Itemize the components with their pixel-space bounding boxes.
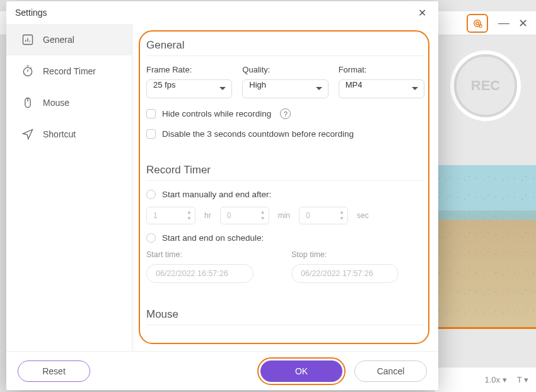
seconds-unit: sec [357,211,369,220]
hide-controls-label: Hide controls while recording [162,109,271,118]
sidebar-item-label: Shortcut [43,129,76,139]
svg-point-0 [474,20,481,26]
section-heading-general: General [146,39,424,52]
settings-modal: Settings ✕ General Record Timer Mouse Sh… [6,1,438,390]
seconds-up[interactable]: ▲ [338,209,346,215]
close-app-button[interactable]: ✕ [515,15,531,32]
frame-rate-label: Frame Rate: [146,65,232,74]
svg-point-1 [476,21,479,25]
modal-title: Settings [15,8,47,18]
modal-footer: Reset OK Cancel [6,351,438,390]
hours-unit: hr [204,211,211,220]
text-tool-icon[interactable]: T ▾ [517,375,528,384]
divider [146,180,424,181]
help-icon[interactable]: ? [280,108,291,119]
disable-countdown-checkbox[interactable] [146,129,156,139]
sidebar-item-shortcut[interactable]: Shortcut [6,118,132,150]
duration-inputs: ▲▼ hr ▲▼ min ▲▼ sec [146,207,424,224]
start-time-input[interactable] [146,264,253,283]
sidebar-item-label: General [43,35,74,45]
manual-end-radio[interactable] [146,190,156,199]
stop-time-label: Stop time: [291,250,399,259]
hide-controls-checkbox[interactable] [146,109,156,118]
schedule-label: Start and end on schedule: [162,233,264,243]
sidebar-item-label: Record Timer [43,66,96,76]
modal-titlebar: Settings ✕ [6,1,438,24]
sidebar-item-label: Mouse [43,98,69,108]
settings-sidebar: General Record Timer Mouse Shortcut [6,24,132,351]
close-modal-button[interactable]: ✕ [414,5,429,20]
minutes-up[interactable]: ▲ [259,209,267,215]
paper-plane-icon [21,128,34,141]
quality-select[interactable]: High [242,79,328,98]
ok-button-highlight: OK [257,357,346,385]
record-button[interactable]: REC [454,54,517,117]
minutes-down[interactable]: ▼ [259,216,267,221]
seconds-down[interactable]: ▼ [338,216,346,221]
disable-countdown-label: Disable the 3 seconds countdown before r… [162,129,354,139]
format-select[interactable]: MP4 [339,79,424,98]
video-preview [435,165,536,329]
minimize-button[interactable]: — [496,15,512,32]
sidebar-item-mouse[interactable]: Mouse [6,87,132,118]
sidebar-item-record-timer[interactable]: Record Timer [6,55,132,87]
section-heading-timer: Record Timer [146,164,424,176]
frame-rate-select[interactable]: 25 fps [146,79,232,98]
mouse-icon [21,96,34,109]
stop-time-input[interactable] [291,264,399,283]
zoom-dropdown[interactable]: 1.0x ▾ [484,375,506,384]
start-time-label: Start time: [146,250,253,259]
cancel-button[interactable]: Cancel [354,360,427,382]
quality-label: Quality: [242,65,328,74]
minutes-unit: min [278,211,290,220]
settings-content: General Frame Rate: 25 fps Quality: High… [132,24,438,351]
record-button-region: REC [435,35,536,136]
manual-end-label: Start manually and end after: [162,190,271,199]
hours-down[interactable]: ▼ [185,216,193,221]
ok-button[interactable]: OK [260,360,342,382]
bottom-toolbar: 1.0x ▾ T ▾ [435,367,536,392]
recorder-mode-button[interactable] [467,14,488,33]
divider [146,55,424,56]
bar-chart-icon [21,33,34,46]
reset-button[interactable]: Reset [18,360,90,382]
stopwatch-icon [21,65,34,78]
format-label: Format: [339,65,424,74]
hours-up[interactable]: ▲ [185,209,193,215]
schedule-radio[interactable] [146,233,156,243]
section-heading-mouse: Mouse [146,308,424,321]
divider [146,325,424,325]
sidebar-item-general[interactable]: General [6,24,132,55]
camera-gear-icon [472,18,483,29]
